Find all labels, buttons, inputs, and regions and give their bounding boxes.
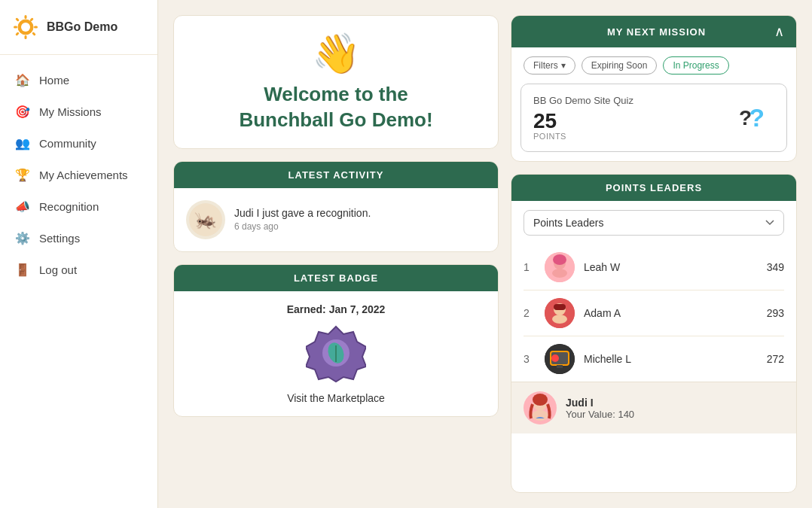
current-user-value: Your Value: 140	[566, 409, 634, 420]
leader-rank-3: 3	[524, 353, 536, 365]
svg-rect-4	[14, 26, 17, 29]
badge-icon	[306, 323, 366, 383]
recognition-icon: 📣	[15, 199, 30, 214]
latest-badge-body: Earned: Jan 7, 2022 Visit the Marketplac…	[174, 291, 498, 416]
in-progress-filter-button[interactable]: In Progress	[663, 56, 728, 75]
svg-rect-6	[15, 17, 20, 22]
badge-earned-date: Earned: Jan 7, 2022	[287, 303, 386, 315]
svg-rect-3	[25, 35, 27, 39]
sidebar-item-community[interactable]: 👥 Community	[0, 127, 157, 159]
sidebar-item-my-achievements[interactable]: 🏆 My Achievements	[0, 159, 157, 190]
sidebar-nav: 🏠 Home 🎯 My Missions 👥 Community 🏆 My Ac…	[0, 55, 157, 294]
leaders-dropdown-container: Points Leaders	[511, 201, 796, 245]
latest-activity-header: LATEST ACTIVITY	[174, 162, 498, 188]
points-leaders-card: POINTS LEADERS Points Leaders 1	[511, 174, 797, 493]
leaders-list: 1 Leah W 349	[511, 245, 796, 382]
leader-avatar-1	[545, 252, 575, 282]
sidebar-label-community: Community	[39, 137, 96, 150]
svg-point-19	[553, 254, 566, 265]
filters-dropdown-button[interactable]: Filters ▾	[524, 56, 575, 75]
sidebar-label-settings: Settings	[39, 232, 80, 245]
current-user-bar: Judi I Your Value: 140	[511, 382, 796, 433]
latest-badge-header: LATEST BADGE	[174, 265, 498, 291]
leader-row: 1 Leah W 349	[524, 245, 784, 291]
mission-info: BB Go Demo Site Quiz 25 POINTS	[533, 95, 633, 141]
svg-point-1	[21, 23, 30, 32]
current-user-name: Judi I	[566, 397, 634, 409]
mission-title: MY NEXT MISSION	[539, 26, 774, 38]
main-content: 👋 Welcome to the Bunchball Go Demo! LATE…	[158, 0, 812, 508]
latest-activity-body: 🦗 Judi I just gave a recognition. 6 days…	[174, 188, 498, 251]
sidebar-label-my-achievements: My Achievements	[39, 169, 128, 181]
mission-name: BB Go Demo Site Quiz	[533, 95, 633, 106]
right-column: MY NEXT MISSION ∧ Filters ▾ Expiring Soo…	[511, 15, 797, 493]
community-icon: 👥	[15, 135, 30, 151]
mission-header: MY NEXT MISSION ∧	[511, 16, 796, 47]
sidebar-item-my-missions[interactable]: 🎯 My Missions	[0, 96, 157, 127]
app-name: BBGo Demo	[47, 20, 118, 34]
leader-name-3: Michelle L	[584, 353, 758, 365]
svg-rect-26	[557, 365, 563, 368]
mission-filters: Filters ▾ Expiring Soon In Progress	[511, 47, 796, 84]
latest-badge-card: LATEST BADGE Earned: Jan 7, 2022 Visi	[173, 264, 499, 417]
sidebar-label-home: Home	[39, 74, 69, 87]
leader-score-3: 272	[767, 353, 784, 365]
badge-marketplace-link[interactable]: Visit the Marketplace	[287, 392, 385, 404]
svg-point-31	[533, 394, 548, 406]
logout-icon: 🚪	[15, 262, 30, 277]
home-icon: 🏠	[15, 72, 30, 87]
missions-icon: 🎯	[15, 104, 30, 119]
latest-activity-card: LATEST ACTIVITY 🦗 Judi I just g	[173, 161, 499, 252]
activity-details: Judi I just gave a recognition. 6 days a…	[234, 207, 371, 232]
leaders-dropdown-select[interactable]: Points Leaders	[524, 210, 784, 236]
leader-score-2: 293	[767, 307, 784, 319]
activity-message: Judi I just gave a recognition.	[234, 207, 371, 219]
logo-icon	[12, 14, 39, 41]
svg-rect-7	[32, 32, 36, 36]
sidebar-item-home[interactable]: 🏠 Home	[0, 64, 157, 96]
sidebar-label-recognition: Recognition	[39, 200, 99, 213]
mission-points: 25	[533, 111, 633, 132]
leader-score-1: 349	[767, 261, 784, 273]
earned-label: Earned:	[287, 303, 326, 315]
sidebar-label-my-missions: My Missions	[39, 105, 102, 118]
wave-icon: 👋	[312, 34, 361, 73]
sidebar-logo: BBGo Demo	[0, 0, 157, 55]
leader-row: 2 Adam A 293	[524, 291, 784, 336]
leader-rank-2: 2	[524, 307, 536, 319]
leader-avatar-2	[545, 298, 575, 328]
svg-rect-9	[15, 32, 20, 36]
svg-rect-30	[532, 410, 548, 421]
sidebar-item-recognition[interactable]: 📣 Recognition	[0, 190, 157, 222]
svg-rect-22	[552, 315, 567, 324]
svg-rect-23	[554, 304, 566, 310]
svg-rect-2	[25, 15, 27, 19]
activity-time: 6 days ago	[234, 221, 371, 232]
earned-date-value: Jan 7, 2022	[329, 303, 386, 315]
svg-rect-18	[552, 269, 567, 278]
current-user-info: Judi I Your Value: 140	[566, 397, 634, 420]
left-column: 👋 Welcome to the Bunchball Go Demo! LATE…	[173, 15, 499, 493]
expiring-soon-filter-button[interactable]: Expiring Soon	[582, 56, 658, 75]
sidebar-item-settings[interactable]: ⚙️ Settings	[0, 222, 157, 254]
activity-item: 🦗 Judi I just gave a recognition. 6 days…	[186, 200, 486, 239]
svg-rect-5	[34, 26, 38, 29]
mission-collapse-button[interactable]: ∧	[774, 23, 784, 40]
leader-avatar-3	[545, 344, 575, 374]
svg-point-27	[551, 354, 559, 362]
welcome-title: Welcome to the Bunchball Go Demo!	[239, 82, 432, 133]
mission-points-label: POINTS	[533, 132, 633, 141]
settings-icon: ⚙️	[15, 230, 30, 245]
leader-rank-1: 1	[524, 261, 536, 273]
sidebar-item-logout[interactable]: 🚪 Log out	[0, 254, 157, 285]
sidebar-label-logout: Log out	[39, 263, 77, 276]
mission-item: BB Go Demo Site Quiz 25 POINTS ? ?	[520, 84, 787, 152]
content-grid: 👋 Welcome to the Bunchball Go Demo! LATE…	[173, 15, 797, 493]
points-leaders-header: POINTS LEADERS	[511, 175, 796, 201]
filter-chevron-icon: ▾	[561, 60, 566, 71]
activity-avatar-img: 🦗	[188, 202, 224, 238]
mission-question-mark-icon: ? ?	[729, 99, 774, 137]
activity-avatar: 🦗	[186, 200, 225, 239]
achievements-icon: 🏆	[15, 167, 30, 182]
leader-name-2: Adam A	[584, 307, 758, 319]
